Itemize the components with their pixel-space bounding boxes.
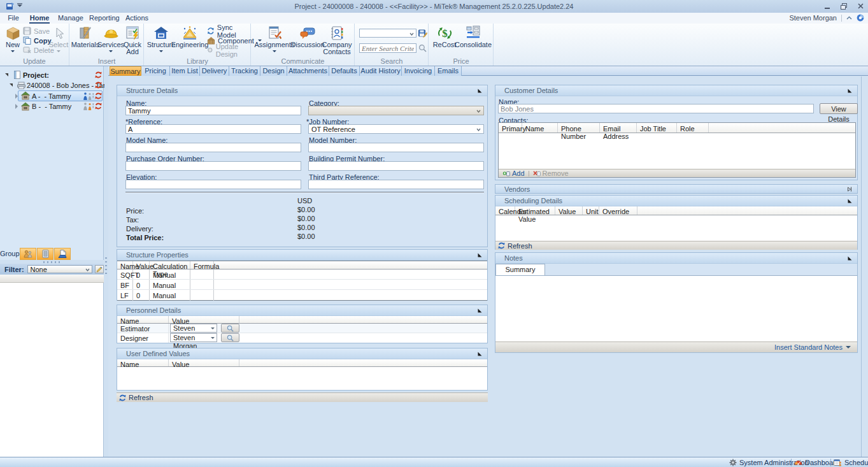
save-search-icon[interactable] [418, 29, 427, 38]
col-name[interactable]: Name [117, 316, 169, 323]
tab-audit-history[interactable]: Audit History [360, 66, 402, 76]
collapse-group-icon[interactable] [847, 255, 852, 261]
view-details-button[interactable]: View Details [820, 103, 858, 114]
edit-filter-button[interactable] [95, 265, 104, 273]
collapse-arrow-icon[interactable] [15, 104, 18, 109]
menu-reporting[interactable]: Reporting [89, 14, 118, 24]
expand-arrow-icon[interactable] [10, 83, 13, 87]
search-magnifier-icon[interactable] [418, 44, 427, 52]
personnel-row-designer[interactable]: Designer Steven Morgan [117, 333, 487, 343]
collapse-group-icon[interactable] [477, 308, 482, 313]
col-email-address[interactable]: Email Address [600, 123, 637, 133]
recost-button[interactable]: $ ReCost [433, 25, 456, 48]
collapse-group-icon[interactable] [847, 88, 852, 93]
col-calculation-type[interactable]: Calculation Type [150, 261, 190, 269]
saved-search-combobox[interactable] [359, 29, 416, 38]
sync-model-button[interactable]: Sync Model [207, 26, 250, 36]
col-name[interactable]: Name [117, 261, 133, 269]
filter-combobox[interactable]: None [27, 265, 93, 273]
col-value[interactable]: Value [555, 206, 583, 215]
tab-tracking[interactable]: Tracking [229, 66, 260, 76]
menu-file[interactable]: File [6, 14, 20, 24]
customer-name-input[interactable] [498, 104, 814, 113]
col-override[interactable]: Override [599, 206, 637, 215]
table-row[interactable]: SQFT 0 Manual [117, 269, 487, 280]
expand-group-icon[interactable] [848, 187, 852, 192]
col-formula[interactable]: Formula [190, 261, 214, 269]
col-job-title[interactable]: Job Title [637, 123, 677, 133]
collapse-group-icon[interactable] [847, 198, 852, 203]
services-button[interactable]: Services [99, 25, 122, 52]
elevation-input[interactable] [125, 180, 301, 189]
assignments-button[interactable]: Assignments [257, 25, 292, 52]
consolidate-button[interactable]: Consolidate [456, 25, 490, 48]
scheduling-refresh-bar[interactable]: Refresh [495, 241, 857, 250]
save-button[interactable]: Save [23, 26, 50, 36]
personnel-row-estimator[interactable]: Estimator Steven Morgan [117, 324, 487, 333]
materials-button[interactable]: Materials [72, 25, 99, 48]
group-by-people-button[interactable] [20, 248, 36, 260]
statusbar-scheduling[interactable]: Scheduling [834, 459, 868, 466]
tree-row-structure-b[interactable]: B - - Tammy [0, 101, 104, 111]
table-row[interactable]: BF 0 Manual [117, 280, 487, 290]
third-party-input[interactable] [308, 180, 484, 189]
refresh-icon[interactable] [95, 92, 102, 99]
col-value[interactable]: Value [169, 316, 239, 323]
menu-actions[interactable]: Actions [125, 14, 149, 24]
filter-list-area[interactable] [0, 283, 103, 457]
help-icon[interactable] [857, 14, 864, 22]
tree-row-job[interactable]: 240008 - Bob Jones - Tar [0, 80, 104, 90]
model-name-input[interactable] [125, 143, 301, 152]
job-number-combobox[interactable]: OT Reference [308, 124, 484, 134]
tab-design[interactable]: Design [260, 66, 287, 76]
refresh-bar[interactable]: Refresh [117, 392, 488, 402]
minimize-button[interactable] [822, 2, 832, 10]
col-phone-number[interactable]: Phone Number [558, 123, 600, 133]
notes-textarea[interactable] [495, 275, 857, 352]
remove-contact-button[interactable]: Remove [533, 169, 569, 177]
tab-defaults[interactable]: Defaults [329, 66, 360, 76]
col-value[interactable]: Value [169, 359, 239, 366]
discussion-button[interactable]: Discussion [294, 25, 322, 48]
col-name[interactable]: Name [117, 359, 169, 366]
new-button[interactable]: New [3, 25, 23, 52]
model-number-input[interactable] [308, 143, 484, 152]
collapse-arrow-icon[interactable] [15, 94, 18, 99]
refresh-icon[interactable] [95, 71, 102, 78]
copy-button[interactable]: Copy [23, 36, 52, 45]
col-unit[interactable]: Unit [583, 206, 599, 215]
collapse-group-icon[interactable] [477, 88, 482, 93]
structure-name-input[interactable] [125, 106, 301, 115]
insert-standard-notes-button[interactable]: Insert Standard Notes [774, 343, 851, 351]
group-by-door-button[interactable] [37, 248, 53, 260]
col-calendar[interactable]: Calendar [495, 206, 515, 215]
col-value[interactable]: Value [133, 261, 150, 269]
group-by-print-button[interactable] [54, 248, 71, 260]
restore-button[interactable] [839, 2, 849, 10]
update-design-button[interactable]: Update Design [207, 45, 250, 55]
collapse-group-icon[interactable] [477, 252, 482, 257]
permit-input[interactable] [308, 161, 484, 171]
close-button[interactable] [855, 2, 865, 10]
estimator-combobox[interactable]: Steven Morgan [170, 324, 217, 333]
category-combobox[interactable] [308, 106, 484, 115]
expand-arrow-icon[interactable] [5, 73, 8, 76]
col-role[interactable]: Role [677, 123, 709, 133]
menu-manage[interactable]: Manage [57, 14, 84, 24]
col-estimated-value[interactable]: Estimated Value [515, 206, 555, 215]
add-contact-button[interactable]: Add [502, 169, 525, 177]
tab-item-list[interactable]: Item List [170, 66, 200, 76]
tab-invoicing[interactable]: Invoicing [402, 66, 435, 76]
tree-row-structure-a[interactable]: A - - Tammy [0, 91, 104, 101]
estimator-search-button[interactable] [221, 324, 239, 333]
refresh-icon[interactable] [95, 103, 102, 110]
col-primary[interactable]: Primary [499, 123, 522, 133]
company-contacts-button[interactable]: Company Contacts [322, 25, 352, 55]
refresh-icon[interactable] [95, 82, 102, 89]
tab-delivery[interactable]: Delivery [200, 66, 229, 76]
select-button[interactable]: Select [48, 25, 69, 52]
quick-add-button[interactable]: Quick Add [123, 25, 142, 55]
designer-search-button[interactable] [221, 333, 239, 342]
tab-emails[interactable]: Emails [435, 66, 462, 76]
tab-attachments[interactable]: Attachments [287, 66, 329, 76]
